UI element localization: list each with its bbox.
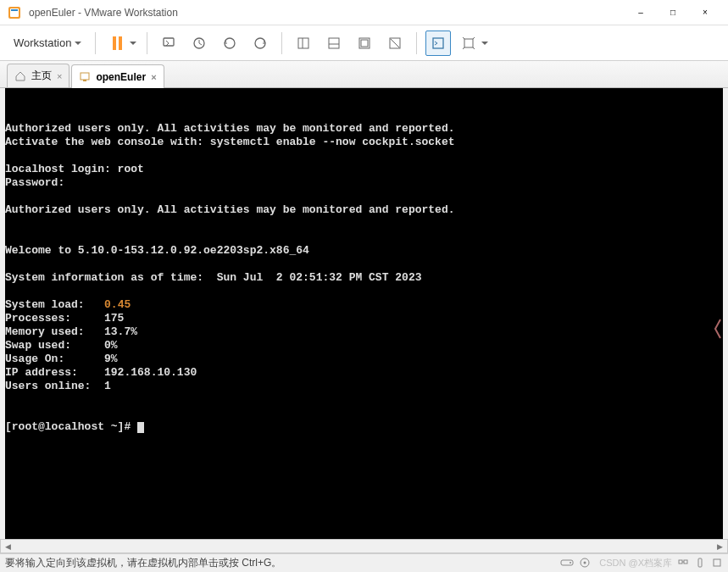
tab-close-button[interactable]: × <box>57 71 62 81</box>
snapshot-manager-button[interactable] <box>247 31 273 56</box>
svg-rect-15 <box>433 38 443 48</box>
console-view-button[interactable] <box>425 31 451 56</box>
send-input-button[interactable] <box>156 31 181 56</box>
snapshot-button[interactable] <box>186 31 212 56</box>
status-device-icons: CSDN @X档案库 <box>560 557 723 570</box>
tab-close-button[interactable]: × <box>151 72 156 82</box>
usb-icon[interactable] <box>694 557 706 570</box>
svg-rect-2 <box>11 9 18 11</box>
scroll-right-button[interactable]: ▶ <box>713 540 727 553</box>
stretch-icon <box>461 36 476 51</box>
svg-rect-24 <box>684 560 687 564</box>
scroll-track[interactable] <box>15 540 713 553</box>
snapshot-manager-icon <box>253 36 268 51</box>
tab-openeuler-label: openEuler <box>96 71 146 83</box>
vm-icon <box>79 71 91 83</box>
tab-home[interactable]: 主页 × <box>7 64 69 87</box>
svg-rect-9 <box>329 38 339 48</box>
view-split-bottom-button[interactable] <box>321 31 347 56</box>
watermark-text: CSDN @X档案库 <box>599 557 672 569</box>
chevron-down-icon <box>75 42 81 45</box>
stretch-guest-button[interactable] <box>456 31 490 56</box>
split-left-icon <box>296 36 311 51</box>
tab-home-label: 主页 <box>31 69 52 83</box>
window-title: openEuler - VMware Workstation <box>29 7 625 19</box>
chevron-down-icon <box>481 42 488 45</box>
tab-bar: 主页 × openEuler × <box>0 61 728 88</box>
main-toolbar: Workstation <box>0 25 728 61</box>
console-icon <box>431 36 446 51</box>
cd-icon[interactable] <box>579 557 591 570</box>
svg-rect-12 <box>361 40 368 47</box>
snapshot-revert-button[interactable] <box>217 31 242 56</box>
view-unity-button[interactable] <box>382 31 408 56</box>
sound-icon[interactable] <box>711 557 723 570</box>
network-icon[interactable] <box>677 557 689 570</box>
workstation-menu[interactable]: Workstation <box>8 33 86 53</box>
workstation-menu-label: Workstation <box>14 36 71 49</box>
snapshot-revert-icon <box>222 36 237 51</box>
svg-rect-26 <box>698 558 702 567</box>
unity-icon <box>387 36 403 51</box>
window-controls: – □ × <box>625 3 721 23</box>
maximize-button[interactable]: □ <box>657 3 689 23</box>
view-fullscreen-button[interactable] <box>352 31 377 56</box>
svg-rect-23 <box>679 560 682 564</box>
svg-point-22 <box>584 561 586 564</box>
snapshot-icon <box>192 36 207 51</box>
split-bottom-icon <box>326 36 342 51</box>
svg-point-20 <box>570 562 571 564</box>
svg-rect-18 <box>83 80 86 81</box>
pause-vm-button[interactable] <box>104 31 138 56</box>
toolbar-separator <box>95 32 96 54</box>
home-icon <box>14 70 26 82</box>
svg-rect-3 <box>164 38 174 46</box>
fullscreen-icon <box>357 36 372 51</box>
horizontal-scrollbar[interactable]: ◀ ▶ <box>0 539 728 553</box>
svg-rect-7 <box>298 38 308 48</box>
tab-openeuler[interactable]: openEuler × <box>71 64 164 88</box>
hdd-icon[interactable] <box>560 558 574 569</box>
terminal-content[interactable]: Authorized users only. All activities ma… <box>5 88 723 539</box>
toolbar-separator <box>416 32 417 54</box>
svg-rect-17 <box>81 73 89 80</box>
svg-rect-27 <box>714 559 720 566</box>
pause-icon <box>113 36 122 50</box>
status-text: 要将输入定向到该虚拟机，请在虚拟机内部单击或按 Ctrl+G。 <box>5 556 560 570</box>
title-bar: openEuler - VMware Workstation – □ × <box>0 0 728 25</box>
monitor-send-icon <box>161 36 176 51</box>
terminal-viewport[interactable]: Authorized users only. All activities ma… <box>0 88 728 539</box>
toolbar-separator <box>281 32 282 54</box>
status-bar: 要将输入定向到该虚拟机，请在虚拟机内部单击或按 Ctrl+G。 CSDN @X档… <box>0 553 728 572</box>
scroll-left-button[interactable]: ◀ <box>1 540 15 553</box>
minimize-button[interactable]: – <box>625 3 657 23</box>
chevron-down-icon <box>130 42 136 45</box>
close-button[interactable]: × <box>689 3 721 23</box>
svg-rect-16 <box>464 39 473 47</box>
view-split-left-button[interactable] <box>291 31 316 56</box>
panel-expand-handle[interactable] <box>711 314 723 344</box>
svg-line-14 <box>391 39 399 47</box>
toolbar-separator <box>147 32 147 54</box>
vmware-app-icon <box>7 5 22 20</box>
